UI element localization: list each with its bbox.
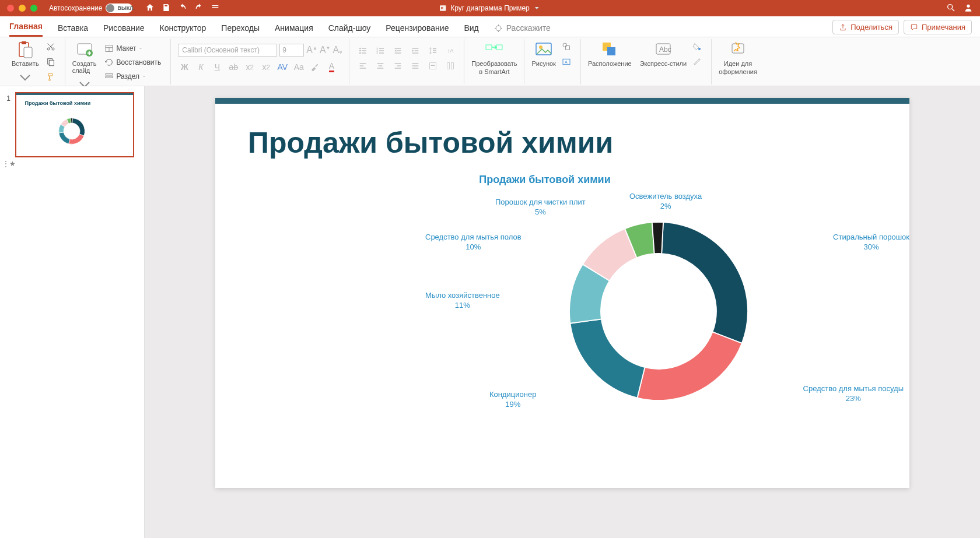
superscript-button[interactable]: x2: [243, 61, 256, 73]
autosave-state: ВЫКЛ.: [117, 5, 135, 11]
svg-text:↕A: ↕A: [447, 47, 454, 53]
text-effects-button[interactable]: AV: [276, 61, 289, 73]
decrease-indent-button[interactable]: [391, 45, 404, 57]
slide-number: 1: [2, 94, 10, 103]
highlight-button[interactable]: [309, 61, 321, 73]
tab-view[interactable]: Вид: [464, 19, 478, 37]
design-ideas-button[interactable]: Идеи для оформления: [719, 40, 757, 75]
svg-rect-55: [360, 68, 366, 68]
tab-insert[interactable]: Вставка: [58, 19, 88, 37]
convert-smartart-button[interactable]: Преобразовать в SmartArt: [471, 40, 517, 75]
svg-rect-39: [379, 52, 384, 53]
chart[interactable]: Продажи бытовой химии Стиральный порошок…: [215, 174, 874, 431]
tab-home[interactable]: Главная: [9, 17, 43, 37]
cut-button[interactable]: [44, 40, 58, 53]
donut-chart: Стиральный порошок30% Средство для мытья…: [478, 192, 839, 431]
svg-rect-64: [412, 68, 419, 68]
bold-button[interactable]: Ж: [178, 61, 191, 73]
zoom-window-icon[interactable]: [30, 5, 37, 12]
text-direction-button[interactable]: ↕A: [444, 45, 457, 57]
underline-button[interactable]: Ч: [211, 61, 223, 73]
italic-button[interactable]: К: [194, 61, 207, 73]
section-button[interactable]: Раздел: [102, 71, 163, 82]
font-color-button[interactable]: A: [325, 61, 338, 73]
svg-point-28: [359, 47, 361, 49]
search-icon[interactable]: [946, 3, 956, 14]
close-window-icon[interactable]: [7, 5, 14, 12]
minimize-window-icon[interactable]: [19, 5, 26, 12]
slide-title[interactable]: Продажи бытовой химии: [248, 126, 613, 160]
animation-indicator-icon: ⋮★: [2, 160, 139, 168]
tab-draw[interactable]: Рисование: [103, 19, 145, 37]
align-center-button[interactable]: [374, 60, 387, 72]
subscript-button[interactable]: x2: [260, 61, 272, 73]
svg-point-4: [967, 4, 970, 7]
autosave-switch[interactable]: ВЫКЛ.: [106, 3, 132, 13]
shape-outline-button[interactable]: [690, 55, 704, 68]
paste-button[interactable]: Вставить: [12, 40, 39, 87]
account-icon[interactable]: [964, 3, 973, 14]
home-icon[interactable]: [145, 3, 155, 14]
textbox-button[interactable]: A: [559, 55, 573, 68]
strikethrough-button[interactable]: ab: [227, 61, 240, 73]
reset-button[interactable]: Восстановить: [102, 57, 163, 68]
svg-rect-33: [362, 52, 366, 53]
columns-button[interactable]: [444, 60, 457, 72]
qat-overflow-icon[interactable]: [211, 3, 220, 14]
slide-canvas[interactable]: Продажи бытовой химии Продажи бытовой хи…: [145, 86, 980, 538]
share-button[interactable]: Поделиться: [832, 20, 899, 34]
numbering-button[interactable]: 123: [374, 45, 387, 57]
undo-icon[interactable]: [178, 3, 187, 14]
align-right-button[interactable]: [391, 60, 404, 72]
arrange-button[interactable]: Расположение: [588, 40, 632, 67]
layout-button[interactable]: Макет: [102, 43, 163, 54]
copy-button[interactable]: [44, 55, 58, 68]
increase-indent-button[interactable]: [409, 45, 422, 57]
svg-rect-58: [377, 68, 384, 68]
svg-rect-61: [395, 68, 401, 68]
increase-font-icon[interactable]: A▲: [306, 45, 317, 55]
change-case-button[interactable]: Aa: [292, 61, 305, 73]
font-size-select[interactable]: [279, 44, 304, 57]
thumbnail-1[interactable]: Продажи бытовой химии: [15, 92, 134, 157]
align-left-button[interactable]: [356, 60, 369, 72]
line-spacing-button[interactable]: [426, 45, 439, 57]
picture-button[interactable]: Рисунок: [531, 40, 556, 67]
justify-button[interactable]: [409, 60, 422, 72]
svg-rect-11: [22, 41, 26, 44]
svg-marker-43: [395, 50, 397, 52]
tell-me[interactable]: Расскажите: [494, 19, 551, 37]
shapes-button[interactable]: [559, 40, 573, 53]
svg-rect-35: [379, 48, 384, 48]
document-title[interactable]: P Круг диаграмма Пример: [439, 4, 541, 12]
svg-rect-37: [379, 50, 384, 51]
format-painter-button[interactable]: [44, 71, 58, 83]
svg-rect-78: [607, 47, 615, 55]
window-controls: [0, 5, 37, 12]
save-icon[interactable]: [162, 3, 171, 14]
quick-styles-button[interactable]: Abc Экспресс-стили: [640, 40, 687, 67]
svg-rect-40: [395, 48, 401, 48]
svg-point-73: [563, 43, 567, 47]
tab-review[interactable]: Рецензирование: [386, 19, 449, 37]
tab-slideshow[interactable]: Слайд-шоу: [328, 19, 371, 37]
titlebar: Автосохранение ВЫКЛ. P Круг диаграмма Пр…: [0, 0, 980, 16]
svg-rect-46: [412, 52, 419, 53]
redo-icon[interactable]: [194, 3, 204, 14]
ribbon-tabs: Главная Вставка Рисование Конструктор Пе…: [0, 16, 980, 37]
comments-button[interactable]: Примечания: [904, 20, 972, 34]
tab-design[interactable]: Конструктор: [160, 19, 206, 37]
decrease-font-icon[interactable]: A▼: [320, 45, 331, 55]
svg-text:P: P: [441, 6, 443, 10]
font-family-select[interactable]: [178, 44, 277, 57]
align-vertical-button[interactable]: [426, 60, 439, 72]
clear-formatting-icon[interactable]: Aφ: [332, 45, 342, 55]
tab-animations[interactable]: Анимация: [275, 19, 313, 37]
bullets-button[interactable]: [356, 45, 369, 57]
slide[interactable]: Продажи бытовой химии Продажи бытовой хи…: [215, 98, 909, 488]
autosave-toggle[interactable]: Автосохранение ВЫКЛ.: [49, 3, 132, 13]
shape-fill-button[interactable]: [690, 40, 704, 53]
new-slide-button[interactable]: Создать слайд: [72, 40, 97, 94]
tab-transitions[interactable]: Переходы: [221, 19, 260, 37]
svg-text:A: A: [565, 59, 568, 64]
